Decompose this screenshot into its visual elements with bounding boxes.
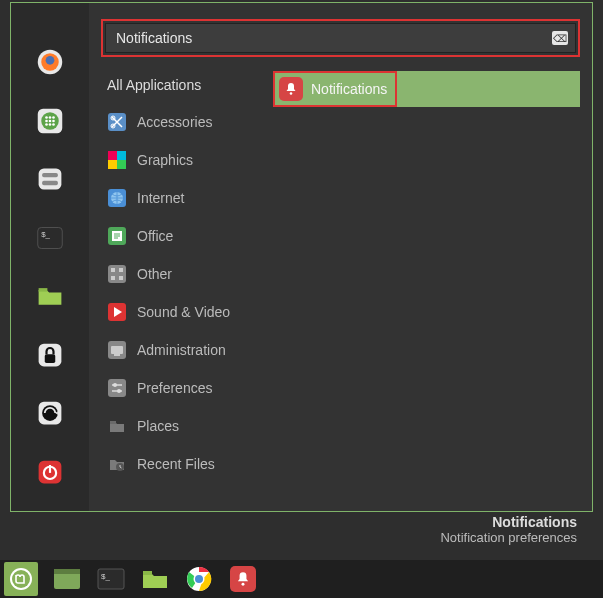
category-places[interactable]: Places — [101, 407, 269, 445]
play-icon — [107, 302, 127, 322]
apps-grid-icon — [36, 107, 64, 135]
taskbar-file-manager[interactable] — [52, 565, 82, 593]
svg-rect-33 — [117, 160, 126, 169]
bell-icon — [279, 77, 303, 101]
taskbar-notifications[interactable] — [228, 565, 258, 593]
taskbar: $_ — [0, 560, 603, 598]
svg-point-11 — [45, 123, 48, 126]
result-notifications[interactable]: Notifications — [273, 71, 580, 107]
lock-icon — [36, 341, 64, 369]
folder-icon — [36, 282, 64, 310]
category-sound-video[interactable]: Sound & Video — [101, 293, 269, 331]
results-panel: Notifications — [273, 67, 580, 501]
tooltip: Notifications Notification preferences — [440, 514, 577, 545]
svg-rect-30 — [108, 151, 117, 160]
favorites-sidebar: $_ — [11, 3, 89, 511]
svg-rect-64 — [143, 571, 152, 575]
svg-rect-42 — [111, 268, 115, 272]
svg-rect-41 — [108, 265, 126, 283]
category-internet[interactable]: Internet — [101, 179, 269, 217]
svg-point-8 — [45, 119, 48, 122]
result-highlight-box: Notifications — [273, 71, 397, 107]
firefox-icon — [36, 48, 64, 76]
search-input[interactable] — [105, 23, 576, 53]
disks-icon — [36, 165, 64, 193]
favorite-files[interactable] — [34, 281, 66, 312]
application-menu: $_ — [10, 2, 593, 512]
search-highlight-box: ⌫ — [101, 19, 580, 57]
svg-rect-31 — [117, 151, 126, 160]
recent-icon — [107, 454, 127, 474]
svg-point-12 — [49, 123, 52, 126]
favorite-lock[interactable] — [34, 340, 66, 371]
svg-point-2 — [46, 56, 55, 65]
svg-rect-32 — [108, 160, 117, 169]
category-label: Places — [137, 418, 179, 434]
office-icon — [107, 226, 127, 246]
graphics-icon — [107, 150, 127, 170]
category-administration[interactable]: Administration — [101, 331, 269, 369]
category-label: Internet — [137, 190, 184, 206]
category-accessories[interactable]: Accessories — [101, 103, 269, 141]
favorite-terminal[interactable]: $_ — [34, 223, 66, 254]
taskbar-files[interactable] — [140, 565, 170, 593]
terminal-icon: $_ — [97, 567, 125, 591]
mint-logo-icon — [9, 567, 33, 591]
globe-icon — [107, 188, 127, 208]
mint-menu-button[interactable] — [4, 562, 38, 596]
favorite-disks[interactable] — [34, 164, 66, 195]
result-label: Notifications — [311, 81, 387, 97]
category-office[interactable]: Office — [101, 217, 269, 255]
svg-text:$_: $_ — [41, 230, 50, 239]
svg-point-5 — [45, 116, 48, 119]
svg-rect-14 — [39, 169, 62, 190]
taskbar-terminal[interactable]: $_ — [96, 565, 126, 593]
power-icon — [36, 458, 64, 486]
category-preferences[interactable]: Preferences — [101, 369, 269, 407]
svg-rect-21 — [45, 354, 56, 363]
category-label: Accessories — [137, 114, 212, 130]
svg-rect-50 — [108, 379, 126, 397]
preferences-icon — [107, 378, 127, 398]
category-recent-files[interactable]: Recent Files — [101, 445, 269, 483]
favorite-firefox[interactable] — [34, 47, 66, 78]
folder-small-icon — [107, 416, 127, 436]
category-label: Sound & Video — [137, 304, 230, 320]
category-label: Preferences — [137, 380, 212, 396]
category-other[interactable]: Other — [101, 255, 269, 293]
category-label: Recent Files — [137, 456, 215, 472]
terminal-icon: $_ — [36, 224, 64, 252]
svg-rect-43 — [119, 268, 123, 272]
svg-rect-19 — [39, 288, 48, 292]
favorite-power[interactable] — [34, 457, 66, 488]
svg-rect-44 — [111, 276, 115, 280]
category-label: Graphics — [137, 152, 193, 168]
category-all-applications[interactable]: All Applications — [101, 71, 269, 103]
svg-point-57 — [290, 92, 293, 95]
svg-rect-61 — [54, 569, 80, 574]
svg-rect-48 — [111, 346, 123, 354]
taskbar-chrome[interactable] — [184, 565, 214, 593]
category-graphics[interactable]: Graphics — [101, 141, 269, 179]
menu-main: ⌫ All Applications Accessories Graphics — [89, 3, 592, 511]
svg-point-67 — [195, 575, 203, 583]
admin-icon — [107, 340, 127, 360]
clear-search-button[interactable]: ⌫ — [552, 31, 568, 45]
svg-point-9 — [49, 119, 52, 122]
favorite-logout[interactable] — [34, 398, 66, 429]
tooltip-description: Notification preferences — [440, 530, 577, 545]
svg-point-6 — [49, 116, 52, 119]
favorite-apps[interactable] — [34, 106, 66, 137]
scissors-icon — [107, 112, 127, 132]
category-label: Other — [137, 266, 172, 282]
logout-icon — [36, 399, 64, 427]
window-icon — [53, 567, 81, 591]
svg-text:$_: $_ — [101, 572, 110, 581]
svg-rect-15 — [42, 173, 58, 177]
svg-point-7 — [52, 116, 55, 119]
other-icon — [107, 264, 127, 284]
svg-rect-55 — [110, 421, 116, 424]
svg-point-54 — [117, 389, 121, 393]
svg-point-13 — [52, 123, 55, 126]
category-list: All Applications Accessories Graphics — [101, 67, 269, 501]
